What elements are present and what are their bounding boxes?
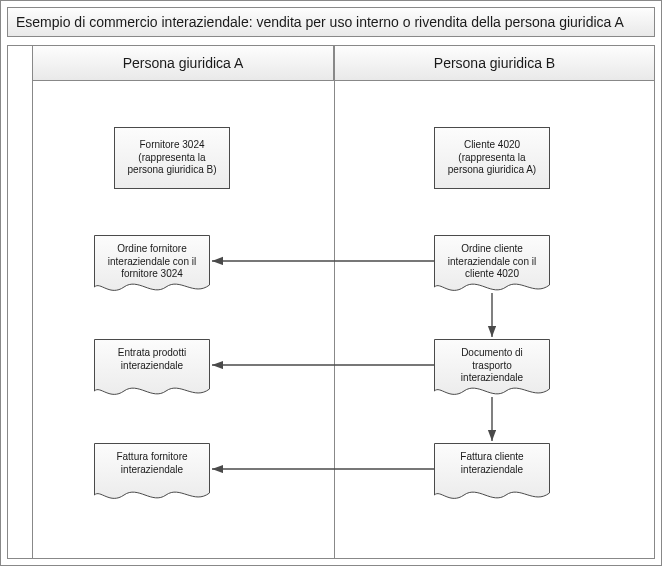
column-divider-left <box>32 81 33 558</box>
column-divider-mid <box>334 81 335 558</box>
diagram-body: Persona giuridica A Persona giuridica B … <box>7 45 655 559</box>
node-receipt-label: Entrata prodotti interaziendale <box>118 347 186 371</box>
node-packing-slip: Documento di trasporto interaziendale <box>434 339 550 385</box>
diagram-title: Esempio di commercio interaziendale: ven… <box>7 7 655 37</box>
column-header-a: Persona giuridica A <box>32 46 334 81</box>
node-packing-label: Documento di trasporto interaziendale <box>461 347 523 383</box>
node-vendor-invoice: Fattura fornitore interaziendale <box>94 443 210 476</box>
node-supplier: Fornitore 3024 (rappresenta la persona g… <box>114 127 230 189</box>
node-po-label: Ordine fornitore interaziendale con il f… <box>108 243 196 279</box>
node-supplier-label: Fornitore 3024 (rappresenta la persona g… <box>121 139 223 177</box>
title-text: Esempio di commercio interaziendale: ven… <box>16 14 624 30</box>
diagram-canvas: Fornitore 3024 (rappresenta la persona g… <box>8 81 654 558</box>
intercompany-diagram: Esempio di commercio interaziendale: ven… <box>0 0 662 566</box>
node-customer: Cliente 4020 (rappresenta la persona giu… <box>434 127 550 189</box>
column-a-label: Persona giuridica A <box>123 55 244 71</box>
node-so-label: Ordine cliente interaziendale con il cli… <box>448 243 536 279</box>
node-cinvoice-label: Fattura cliente interaziendale <box>460 451 523 475</box>
node-product-receipt: Entrata prodotti interaziendale <box>94 339 210 372</box>
node-customer-label: Cliente 4020 (rappresenta la persona giu… <box>441 139 543 177</box>
node-sales-order: Ordine cliente interaziendale con il cli… <box>434 235 550 281</box>
shapes-layer <box>8 81 654 558</box>
node-customer-invoice: Fattura cliente interaziendale <box>434 443 550 476</box>
column-header-b: Persona giuridica B <box>334 46 654 81</box>
node-vinvoice-label: Fattura fornitore interaziendale <box>116 451 187 475</box>
column-b-label: Persona giuridica B <box>434 55 555 71</box>
node-purchase-order: Ordine fornitore interaziendale con il f… <box>94 235 210 281</box>
